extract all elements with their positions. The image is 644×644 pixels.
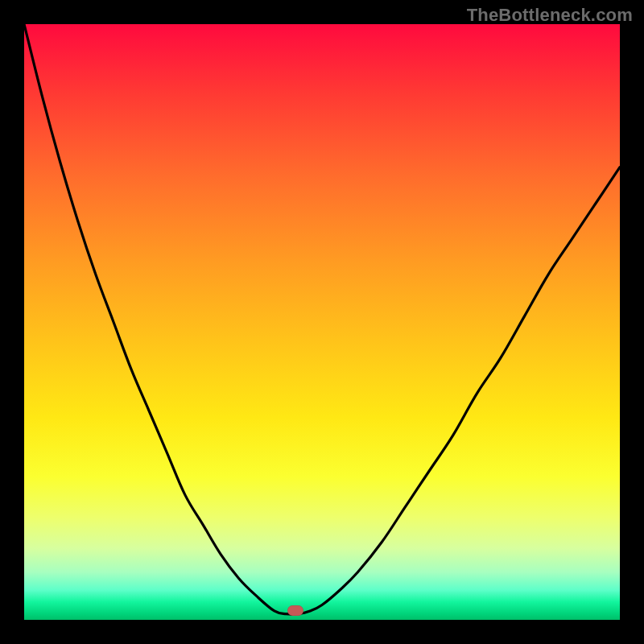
plot-area (24, 24, 620, 620)
watermark-text: TheBottleneck.com (467, 5, 633, 26)
bottleneck-curve (24, 24, 620, 620)
chart-frame: TheBottleneck.com (0, 0, 644, 644)
optimum-marker (287, 605, 303, 616)
